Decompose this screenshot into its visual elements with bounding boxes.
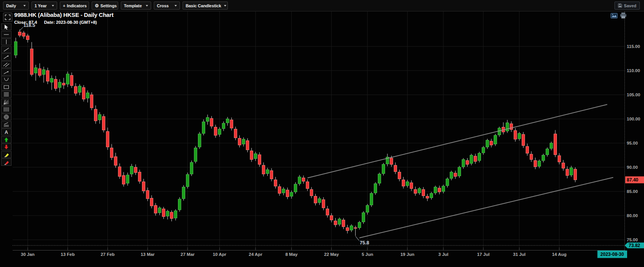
x-axis-tick-label: 10 Apr: [213, 252, 227, 257]
candle: [370, 192, 373, 207]
annotation-text: 75.8: [360, 240, 369, 246]
arrow-down-tool[interactable]: [1, 143, 12, 150]
date-value-label: Date: 2023-08-30 (GMT+8): [44, 20, 97, 25]
y-axis-tick-label: 80.00: [627, 213, 638, 218]
parallel-lines-icon: [2, 61, 10, 68]
highlighter-red-icon: [2, 159, 10, 165]
trend-line-tool[interactable]: [1, 46, 12, 53]
arrow-up-tool[interactable]: [1, 136, 12, 143]
pointer-tool[interactable]: [1, 23, 12, 30]
toolbar-button-timeframe[interactable]: Daily: [3, 2, 29, 10]
gear-icon: ⚙: [95, 3, 99, 8]
expand-chart-button[interactable]: [3, 13, 12, 22]
y-axis-tick-label: 115.00: [627, 44, 640, 49]
horizontal-line-tool[interactable]: [1, 31, 12, 38]
x-axis[interactable]: 30 Jan13 Feb27 Feb13 Mar27 Mar10 Apr24 A…: [13, 247, 625, 257]
candle: [458, 166, 461, 178]
rectangle-tool[interactable]: [1, 84, 12, 91]
y-axis-tick-label: 110.00: [627, 68, 640, 73]
horizontal-line-icon: [2, 31, 10, 38]
fib-timezones-tool[interactable]: [1, 106, 12, 113]
charting-app-window: { "toolbar": { "buttons": [ {"id":"timef…: [0, 0, 644, 267]
highlighter-red-tool[interactable]: [1, 158, 12, 165]
highlighter-yellow-tool[interactable]: [1, 151, 12, 158]
arrow-line-icon: [2, 54, 10, 60]
candle: [190, 160, 193, 176]
x-axis-tick-label: 19 Jun: [400, 252, 414, 257]
saved-button[interactable]: Saved: [614, 2, 640, 10]
candle: [522, 132, 525, 148]
pitchfork-icon: [2, 122, 10, 128]
candle: [186, 173, 189, 189]
toolbar-button-indicators[interactable]: +Indicators: [60, 2, 89, 10]
toolbar-button-cursor[interactable]: Cross: [154, 2, 180, 10]
toolbar-button-range[interactable]: 1 Year: [31, 2, 57, 10]
text-icon: A: [2, 129, 10, 135]
x-axis-tick-label: 8 May: [285, 252, 298, 257]
candle: [194, 146, 197, 163]
ray-arrow-tool[interactable]: [1, 68, 12, 75]
x-axis-tick-label: 22 May: [324, 252, 339, 257]
x-axis-tick-label: 13 Feb: [61, 252, 74, 257]
chevron-down-icon: [224, 5, 226, 7]
candle: [102, 114, 105, 132]
x-axis-tick-label: 30 Jan: [21, 252, 35, 257]
candle: [382, 163, 385, 176]
price-chart: 30 Jan13 Feb27 Feb13 Mar27 Mar10 Apr24 A…: [0, 0, 644, 267]
toolbar-button-label: Settings: [100, 3, 117, 8]
chevron-down-icon: [52, 5, 54, 7]
gann-fan-icon: [2, 99, 10, 105]
vertical-line-tool[interactable]: [1, 38, 12, 45]
pointer-icon: [2, 24, 10, 30]
x-axis-tick-label: 27 Feb: [100, 252, 114, 257]
toolbar-button-label: Daily: [6, 3, 20, 8]
printer-icon[interactable]: [620, 12, 627, 19]
ray-arrow-icon: [2, 69, 10, 75]
parallel-lines-tool[interactable]: [1, 61, 12, 68]
toolbar-button-template[interactable]: Template: [121, 2, 151, 10]
fib-circles-tool[interactable]: [1, 114, 12, 120]
y-axis-tick-label: 90.00: [627, 165, 638, 170]
candle: [182, 185, 185, 201]
x-axis-tick-label: 13 Mar: [141, 252, 155, 257]
arc-icon: [2, 76, 10, 82]
candle: [202, 119, 205, 135]
toolbar-button-group: Daily1 Year+Indicators⚙SettingsTemplateC…: [0, 2, 228, 10]
fullscreen-icon: [5, 14, 11, 20]
candle: [494, 134, 497, 146]
chart-subtitle: Close: 87.4 Date: 2023-08-30 (GMT+8): [14, 20, 97, 25]
chart-header-icons: [611, 12, 627, 19]
x-axis-tick-label: 5 Jun: [362, 252, 373, 257]
y-axis-tick-label: 105.00: [627, 92, 640, 97]
candle: [198, 132, 201, 149]
candle: [574, 167, 576, 182]
toolbar-button-settings[interactable]: ⚙Settings: [92, 2, 118, 10]
rectangle-icon: [2, 84, 10, 90]
arc-tool[interactable]: [1, 76, 12, 83]
gann-fan-tool[interactable]: [1, 99, 12, 105]
chart-title: 9988.HK (Alibaba) HKSE - Daily Chart: [14, 12, 114, 18]
trend-line-icon: [2, 46, 10, 53]
chevron-down-icon: [146, 5, 148, 7]
candle: [374, 182, 377, 195]
text-tool[interactable]: A: [1, 129, 12, 135]
chevron-down-icon: [23, 5, 26, 7]
toolbar-button-style[interactable]: Basic Candlestick: [183, 2, 228, 10]
pitchfork-tool[interactable]: [1, 121, 12, 128]
toolbar-button-label: Indicators: [67, 3, 87, 8]
svg-text:73.82: 73.82: [629, 243, 640, 248]
fib-retracement-tool[interactable]: [1, 91, 12, 98]
svg-text:A: A: [5, 130, 8, 135]
x-axis-tick-label: 17 Jul: [477, 252, 490, 257]
y-axis[interactable]: 115.00110.00105.00100.0095.0090.0085.008…: [627, 44, 640, 242]
image-icon[interactable]: [611, 13, 618, 19]
arrow-down-icon: [2, 144, 10, 150]
arrow-line-tool[interactable]: [1, 53, 12, 60]
fib-retracement-icon: [2, 91, 10, 97]
vertical-line-icon: [2, 39, 10, 45]
svg-text:87.40: 87.40: [627, 177, 638, 183]
chevron-down-icon: [175, 5, 177, 7]
floppy-disk-icon: [618, 3, 622, 8]
close-value-label: Close: 87.4: [14, 20, 37, 25]
y-axis-tick-label: 100.00: [627, 117, 640, 121]
